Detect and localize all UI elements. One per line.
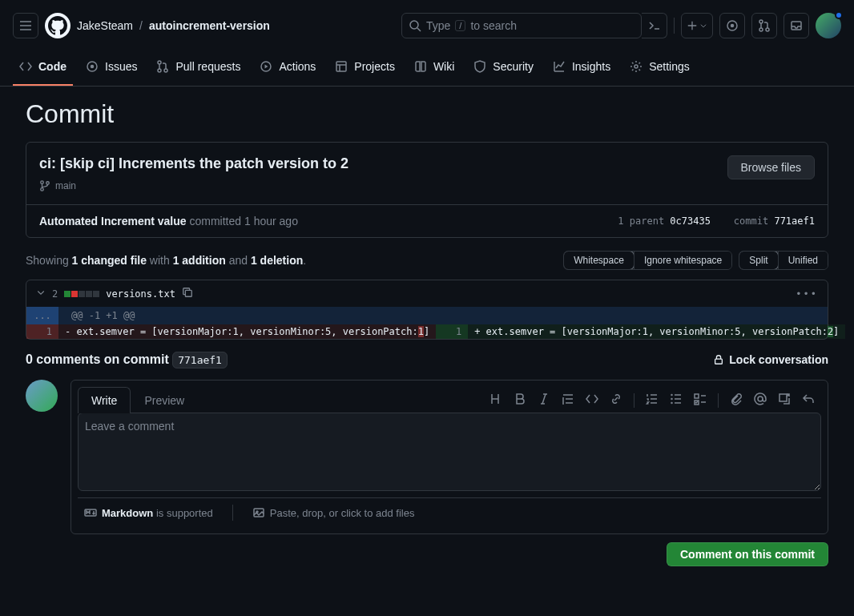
issues-button[interactable] bbox=[719, 13, 745, 38]
branch-icon bbox=[39, 180, 50, 191]
link-button[interactable] bbox=[610, 393, 622, 408]
italic-button[interactable] bbox=[538, 393, 550, 408]
commit-title: ci: [skip ci] Increments the patch versi… bbox=[39, 155, 348, 172]
collapse-toggle[interactable] bbox=[36, 288, 46, 300]
copy-path-button[interactable] bbox=[182, 287, 193, 300]
separator bbox=[634, 393, 634, 408]
split-button[interactable]: Split bbox=[739, 251, 778, 270]
whitespace-button[interactable]: Whitespace bbox=[563, 251, 634, 270]
mention-button[interactable] bbox=[754, 393, 767, 408]
preview-tab[interactable]: Preview bbox=[131, 387, 198, 413]
search-placeholder-suf: to search bbox=[470, 19, 517, 32]
deletions-count: 1 deletion bbox=[251, 254, 303, 267]
write-tab[interactable]: Write bbox=[78, 387, 131, 413]
dot-circle-icon bbox=[726, 19, 739, 32]
gear-icon bbox=[630, 60, 643, 73]
github-logo[interactable] bbox=[45, 13, 70, 38]
svg-point-3 bbox=[759, 20, 763, 23]
markdown-help-link[interactable]: Markdown is supported bbox=[84, 506, 213, 519]
pull-requests-button[interactable] bbox=[751, 13, 777, 38]
create-button[interactable] bbox=[681, 13, 713, 38]
page-title: Commit bbox=[26, 99, 828, 129]
heading-icon bbox=[489, 393, 502, 405]
tasklist-icon bbox=[694, 393, 707, 405]
heading-button[interactable] bbox=[489, 393, 502, 408]
tab-wiki[interactable]: Wiki bbox=[408, 52, 461, 86]
app-header: JakeSteam / autoincrement-version Type /… bbox=[0, 0, 854, 52]
svg-point-2 bbox=[731, 25, 734, 27]
lock-icon bbox=[713, 354, 724, 365]
new-line-number[interactable]: 1 bbox=[436, 324, 468, 339]
kebab-icon: ••• bbox=[796, 288, 818, 300]
command-palette-button[interactable] bbox=[642, 13, 667, 38]
parent-label: 1 parent bbox=[618, 215, 664, 227]
browse-files-button[interactable]: Browse files bbox=[727, 155, 815, 179]
markdown-icon bbox=[84, 506, 97, 519]
lock-conversation-button[interactable]: Lock conversation bbox=[713, 353, 828, 366]
search-input[interactable]: Type / to search bbox=[401, 13, 642, 38]
svg-point-5 bbox=[766, 28, 769, 31]
menu-button[interactable] bbox=[13, 13, 38, 38]
attach-files-link[interactable]: Paste, drop, or click to add files bbox=[252, 506, 415, 519]
repo-link[interactable]: autoincrement-version bbox=[149, 19, 270, 32]
ignore-whitespace-button[interactable]: Ignore whitespace bbox=[634, 252, 731, 269]
svg-point-13 bbox=[634, 65, 638, 68]
submit-comment-button[interactable]: Comment on this commit bbox=[667, 542, 828, 566]
tab-security[interactable]: Security bbox=[467, 52, 540, 86]
attach-button[interactable] bbox=[730, 393, 743, 408]
issue-icon bbox=[86, 60, 99, 73]
quote-icon bbox=[562, 393, 574, 405]
branch-name[interactable]: main bbox=[55, 180, 76, 191]
tab-insights[interactable]: Insights bbox=[546, 52, 617, 86]
old-line-number[interactable]: 1 bbox=[26, 324, 58, 339]
tab-projects[interactable]: Projects bbox=[328, 52, 401, 86]
ordered-list-button[interactable] bbox=[646, 393, 659, 408]
commit-time[interactable]: 1 hour ago bbox=[244, 215, 298, 227]
files-count[interactable]: 1 changed file bbox=[72, 254, 147, 267]
parent-sha[interactable]: 0c73435 bbox=[670, 215, 711, 227]
user-avatar[interactable] bbox=[26, 380, 58, 412]
expand-hunk-button[interactable]: ... bbox=[26, 307, 58, 324]
comment-textarea[interactable]: Leave a comment bbox=[78, 413, 821, 491]
tab-pull-requests[interactable]: Pull requests bbox=[150, 52, 247, 86]
tab-settings[interactable]: Settings bbox=[623, 52, 696, 86]
diff-view-toggle: Split Unified bbox=[739, 251, 828, 270]
task-list-button[interactable] bbox=[694, 393, 707, 408]
inbox-button[interactable] bbox=[784, 13, 809, 38]
repo-tabs: Code Issues Pull requests Actions Projec… bbox=[0, 52, 854, 87]
unordered-list-button[interactable] bbox=[670, 393, 683, 408]
svg-point-20 bbox=[671, 399, 672, 400]
file-name[interactable]: versions.txt bbox=[106, 288, 175, 300]
commit-author-line: Automated Increment value committed 1 ho… bbox=[39, 215, 298, 227]
user-avatar[interactable] bbox=[816, 13, 841, 38]
tab-label: Code bbox=[38, 60, 66, 73]
tab-label: Security bbox=[493, 60, 534, 73]
tab-actions[interactable]: Actions bbox=[253, 52, 322, 86]
code-button[interactable] bbox=[586, 393, 598, 408]
shield-icon bbox=[473, 60, 486, 73]
play-icon bbox=[260, 60, 272, 73]
bold-button[interactable] bbox=[514, 393, 526, 408]
commit-author[interactable]: Automated Increment value bbox=[39, 215, 187, 227]
svg-rect-18 bbox=[715, 359, 723, 364]
italic-icon bbox=[538, 393, 550, 405]
unified-button[interactable]: Unified bbox=[778, 252, 828, 269]
tab-issues[interactable]: Issues bbox=[79, 52, 143, 86]
tab-code[interactable]: Code bbox=[13, 52, 73, 86]
svg-point-9 bbox=[158, 69, 161, 72]
diff-line: 1 - ext.semver = [versionMajor:1, versio… bbox=[26, 324, 828, 339]
pull-request-icon bbox=[156, 60, 169, 73]
svg-point-14 bbox=[41, 181, 44, 184]
reference-button[interactable] bbox=[778, 393, 791, 408]
file-menu-button[interactable]: ••• bbox=[796, 288, 818, 300]
svg-point-10 bbox=[164, 69, 167, 72]
branch-indicator: main bbox=[39, 180, 348, 191]
search-placeholder-pre: Type bbox=[426, 19, 450, 32]
code-icon bbox=[586, 393, 598, 405]
tab-label: Wiki bbox=[433, 60, 454, 73]
file-diff: 2 versions.txt ••• ... @@ -1 +1 @@ 1 - e… bbox=[26, 280, 828, 340]
quote-button[interactable] bbox=[562, 393, 574, 408]
reply-button[interactable] bbox=[802, 393, 815, 408]
svg-point-19 bbox=[671, 395, 672, 396]
owner-link[interactable]: JakeSteam bbox=[77, 19, 133, 32]
